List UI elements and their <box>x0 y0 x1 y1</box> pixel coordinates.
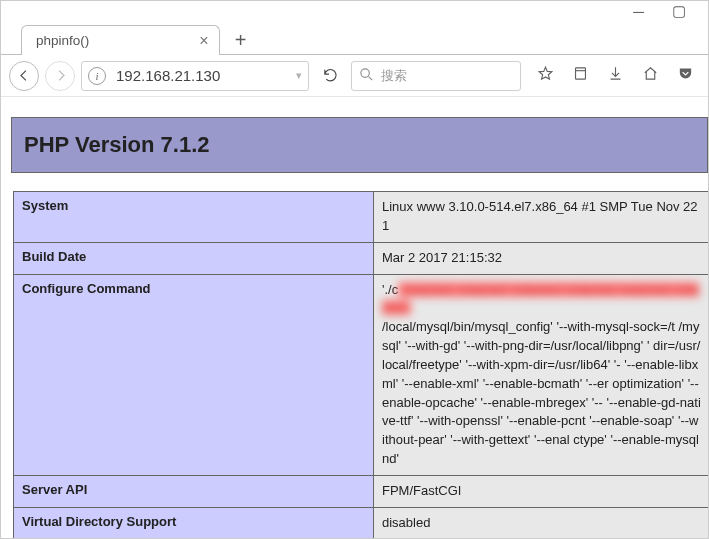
cell-val-build-date: Mar 2 2017 21:15:32 <box>374 242 709 274</box>
tab-strip: phpinfo() × + <box>1 21 708 55</box>
cell-key-configure: Configure Command <box>14 274 374 475</box>
forward-button[interactable] <box>45 61 75 91</box>
arrow-left-icon <box>16 67 33 84</box>
redacted-segment: redacted redacted redacted redacted reda… <box>382 282 699 316</box>
home-icon[interactable] <box>642 65 659 87</box>
table-row: Build Date Mar 2 2017 21:15:32 <box>14 242 709 274</box>
search-icon <box>358 66 375 86</box>
viewport[interactable]: PHP Version 7.1.2 System Linux www 3.10.… <box>1 97 708 538</box>
cell-val-server-api: FPM/FastCGI <box>374 475 709 507</box>
table-row: Server API FPM/FastCGI <box>14 475 709 507</box>
phpinfo-table: System Linux www 3.10.0-514.el7.x86_64 #… <box>13 191 708 538</box>
pocket-icon[interactable] <box>677 65 694 87</box>
download-icon[interactable] <box>607 65 624 87</box>
arrow-right-icon <box>52 67 69 84</box>
maximize-icon[interactable]: ▢ <box>672 2 686 20</box>
svg-point-0 <box>361 68 370 77</box>
url-text: 192.168.21.130 <box>114 67 288 84</box>
tab-title: phpinfo() <box>36 33 89 48</box>
reload-icon <box>322 67 339 84</box>
close-icon[interactable]: × <box>199 33 208 49</box>
library-icon[interactable] <box>572 65 589 87</box>
cell-key-server-api: Server API <box>14 475 374 507</box>
toolbar: i 192.168.21.130 ▾ 搜索 <box>1 55 708 97</box>
table-row: Configure Command './credacted redacted … <box>14 274 709 475</box>
php-version-header: PHP Version 7.1.2 <box>11 117 708 173</box>
phpinfo-page: PHP Version 7.1.2 System Linux www 3.10.… <box>1 97 708 538</box>
search-input[interactable]: 搜索 <box>351 61 521 91</box>
cell-key-vdir: Virtual Directory Support <box>14 507 374 538</box>
search-placeholder: 搜索 <box>381 67 407 85</box>
cell-val-configure: './credacted redacted redacted redacted … <box>374 274 709 475</box>
info-icon[interactable]: i <box>88 67 106 85</box>
tab-phpinfo[interactable]: phpinfo() × <box>21 25 220 55</box>
configure-prefix: './c <box>382 282 398 297</box>
cell-key-system: System <box>14 192 374 243</box>
toolbar-icons <box>527 65 700 87</box>
back-button[interactable] <box>9 61 39 91</box>
table-row: Virtual Directory Support disabled <box>14 507 709 538</box>
cell-val-vdir: disabled <box>374 507 709 538</box>
bookmark-star-icon[interactable] <box>537 65 554 87</box>
svg-rect-1 <box>576 67 586 78</box>
window-controls: ─ ▢ <box>1 1 708 21</box>
cell-key-build-date: Build Date <box>14 242 374 274</box>
address-bar[interactable]: i 192.168.21.130 ▾ <box>81 61 309 91</box>
reload-button[interactable] <box>315 61 345 91</box>
minimize-icon[interactable]: ─ <box>633 3 644 20</box>
cell-val-system: Linux www 3.10.0-514.el7.x86_64 #1 SMP T… <box>374 192 709 243</box>
browser-window: ─ ▢ phpinfo() × + i 192.168.21.130 ▾ <box>0 0 709 539</box>
configure-body: /local/mysql/bin/mysql_config' '--with-m… <box>382 319 701 466</box>
table-row: System Linux www 3.10.0-514.el7.x86_64 #… <box>14 192 709 243</box>
chevron-down-icon[interactable]: ▾ <box>296 69 302 82</box>
new-tab-button[interactable]: + <box>226 26 256 54</box>
page-title: PHP Version 7.1.2 <box>24 132 695 158</box>
plus-icon: + <box>235 29 247 52</box>
